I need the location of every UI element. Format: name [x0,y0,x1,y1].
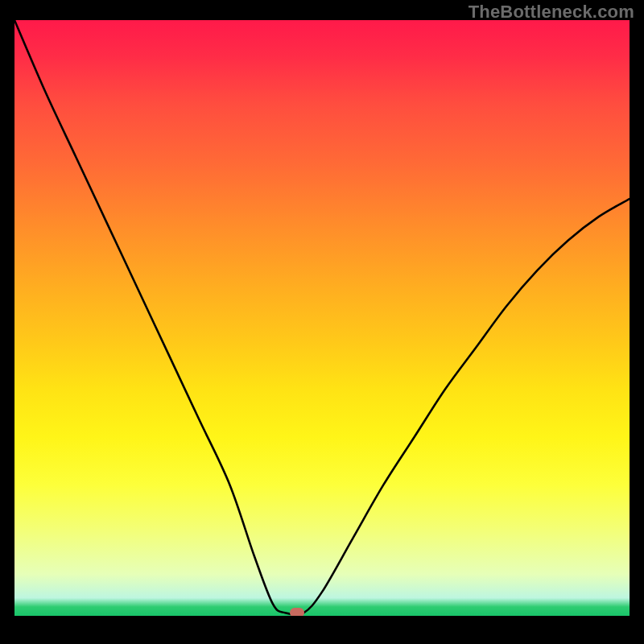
bottom-frame-border [14,616,630,630]
curve-path [14,20,630,615]
optimal-point-marker [290,608,304,616]
chart-frame [14,20,630,630]
bottleneck-curve [14,20,630,616]
plot-area [14,20,630,616]
